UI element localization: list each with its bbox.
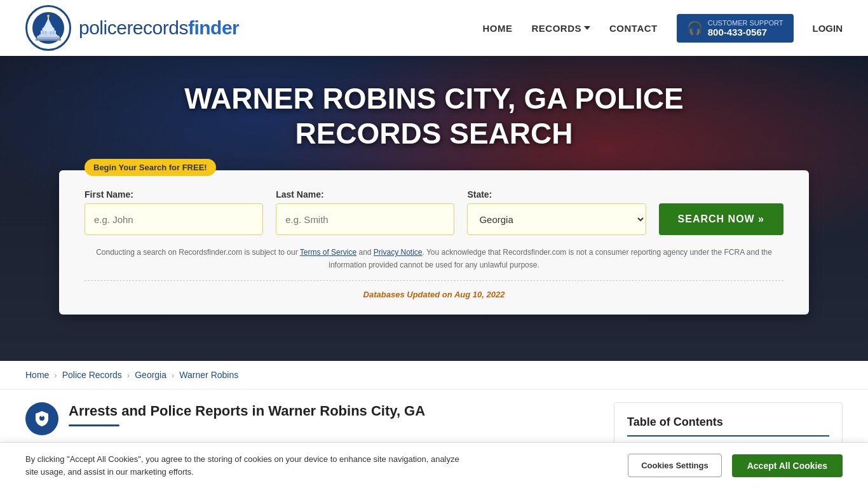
cookie-banner: By clicking "Accept All Cookies", you ag… — [0, 442, 868, 459]
logo-text: policerecordsfinder — [79, 17, 239, 39]
cookie-actions: Cookies Settings Accept All Cookies — [628, 454, 843, 459]
breadcrumb-sep-2: › — [127, 370, 130, 380]
nav-contact[interactable]: CONTACT — [609, 23, 658, 34]
last-name-label: Last Name: — [276, 189, 454, 200]
toc-divider — [627, 435, 829, 437]
main-nav: HOME RECORDS CONTACT 🎧 CUSTOMER SUPPORT … — [482, 14, 843, 43]
state-select[interactable]: Georgia Alabama Alaska Arizona Californi… — [467, 203, 646, 235]
state-label: State: — [467, 189, 646, 200]
svg-rect-8 — [45, 31, 46, 34]
cookie-settings-button[interactable]: Cookies Settings — [628, 454, 721, 459]
svg-point-6 — [47, 15, 50, 17]
support-label: CUSTOMER SUPPORT — [708, 19, 783, 27]
svg-rect-2 — [39, 34, 57, 37]
nav-home[interactable]: HOME — [482, 23, 512, 34]
customer-support-button[interactable]: 🎧 CUSTOMER SUPPORT 800-433-0567 — [677, 14, 794, 43]
headphone-icon: 🎧 — [687, 20, 703, 36]
breadcrumb-georgia[interactable]: Georgia — [135, 370, 166, 380]
nav-login[interactable]: LOGIN — [813, 23, 843, 34]
first-name-group: First Name: — [85, 189, 263, 235]
breadcrumb-current: Warner Robins — [179, 370, 238, 380]
free-badge: Begin Your Search for FREE! — [85, 159, 216, 176]
logo-area[interactable]: policerecordsfinder — [25, 5, 239, 51]
svg-rect-11 — [37, 37, 60, 39]
first-name-input[interactable] — [85, 203, 263, 235]
hero-title: WARNER ROBINS CITY, GA POLICE RECORDS SE… — [148, 81, 720, 151]
article-title-underline — [69, 424, 119, 426]
breadcrumb-bar: Home › Police Records › Georgia › Warner… — [0, 361, 868, 390]
article-title: Arrests and Police Reports in Warner Rob… — [69, 402, 425, 421]
search-form: Begin Your Search for FREE! First Name: … — [59, 170, 809, 314]
breadcrumb-home[interactable]: Home — [25, 370, 49, 380]
logo-icon — [25, 5, 71, 51]
toc-title: Table of Contents — [627, 416, 829, 429]
svg-rect-10 — [53, 31, 54, 34]
breadcrumb: Home › Police Records › Georgia › Warner… — [25, 370, 843, 380]
svg-rect-9 — [50, 31, 51, 34]
article-icon — [25, 402, 58, 435]
svg-rect-12 — [36, 39, 61, 41]
terms-link[interactable]: Terms of Service — [300, 248, 356, 257]
support-phone: 800-433-0567 — [708, 27, 783, 37]
svg-rect-14 — [41, 415, 43, 417]
form-row: First Name: Last Name: State: Georgia Al… — [85, 189, 783, 235]
hero-section: WARNER ROBINS CITY, GA POLICE RECORDS SE… — [0, 56, 868, 361]
first-name-label: First Name: — [85, 189, 263, 200]
article-header: Arrests and Police Reports in Warner Rob… — [25, 402, 595, 435]
last-name-input[interactable] — [276, 203, 454, 235]
shield-icon — [33, 410, 51, 428]
site-header: policerecordsfinder HOME RECORDS CONTACT… — [0, 0, 868, 56]
breadcrumb-sep-1: › — [54, 370, 57, 380]
last-name-group: Last Name: — [276, 189, 454, 235]
svg-rect-7 — [43, 31, 44, 34]
cookie-text: By clicking "Accept All Cookies", you ag… — [25, 453, 470, 459]
state-group: State: Georgia Alabama Alaska Arizona Ca… — [467, 189, 646, 235]
breadcrumb-sep-3: › — [172, 370, 174, 380]
db-updated: Databases Updated on Aug 10, 2022 — [85, 290, 783, 299]
accept-all-cookies-button[interactable]: Accept All Cookies — [732, 454, 843, 459]
form-disclaimer: Conducting a search on Recordsfinder.com… — [85, 247, 783, 271]
nav-records[interactable]: RECORDS — [531, 23, 590, 34]
form-divider — [85, 280, 783, 281]
search-button[interactable]: SEARCH NOW » — [659, 203, 783, 235]
article-title-block: Arrests and Police Reports in Warner Rob… — [69, 402, 425, 426]
chevron-down-icon — [584, 26, 590, 30]
breadcrumb-police-records[interactable]: Police Records — [62, 370, 122, 380]
privacy-link[interactable]: Privacy Notice — [374, 248, 423, 257]
